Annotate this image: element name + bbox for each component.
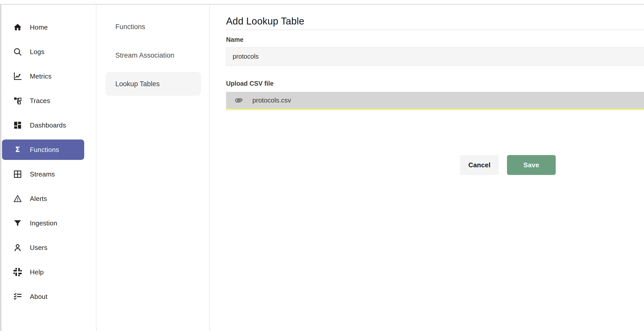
- subnav-item-label: Stream Association: [115, 52, 174, 59]
- upload-csv-label: Upload CSV file: [226, 80, 644, 87]
- window-top-strip: [0, 0, 644, 4]
- form-actions: Cancel Save: [226, 155, 556, 175]
- save-button[interactable]: Save: [507, 155, 556, 175]
- sidebar-item-label: Functions: [30, 146, 59, 154]
- streams-icon: [13, 170, 22, 179]
- subnav-item-stream-association[interactable]: Stream Association: [105, 43, 201, 67]
- sidebar-item-label: Help: [30, 268, 44, 276]
- traces-icon: [13, 96, 22, 105]
- sidebar-item-label: Traces: [30, 97, 50, 105]
- cancel-button[interactable]: Cancel: [460, 155, 499, 175]
- sidebar-item-label: Users: [30, 244, 47, 252]
- name-input-value: protocols: [233, 53, 258, 60]
- sidebar-item-users[interactable]: Users: [2, 237, 84, 258]
- user-icon: [13, 243, 22, 252]
- home-icon: [13, 23, 22, 32]
- checklist-icon: [13, 292, 22, 301]
- sidebar-item-about[interactable]: About: [2, 286, 84, 307]
- dashboards-icon: [13, 121, 22, 130]
- subnav-item-functions[interactable]: Functions: [105, 15, 201, 39]
- primary-sidebar: HomeLogsMetricsTracesDashboardsΣFunction…: [3, 5, 96, 331]
- sidebar-item-functions[interactable]: ΣFunctions: [2, 139, 84, 160]
- sidebar-item-logs[interactable]: Logs: [2, 42, 84, 62]
- sidebar-item-label: Home: [30, 23, 48, 31]
- slack-icon: [13, 268, 22, 277]
- sidebar-item-metrics[interactable]: Metrics: [2, 66, 84, 86]
- sidebar-item-label: Alerts: [30, 195, 47, 203]
- sidebar-item-ingestion[interactable]: Ingestion: [2, 213, 84, 233]
- page-title: Add Lookup Table: [226, 15, 644, 27]
- name-label: Name: [226, 36, 644, 43]
- subnav-item-label: Functions: [115, 23, 145, 31]
- sidebar-item-label: Logs: [30, 48, 44, 56]
- sidebar-item-label: About: [30, 293, 47, 301]
- alert-triangle-icon: [13, 194, 22, 203]
- paperclip-icon: [234, 96, 243, 105]
- secondary-sidebar: FunctionsStream AssociationLookup Tables: [97, 5, 210, 331]
- csv-file-input[interactable]: protocols.csv: [226, 92, 644, 110]
- svg-text:Σ: Σ: [15, 145, 20, 154]
- search-icon: [13, 47, 22, 56]
- subnav-item-label: Lookup Tables: [115, 80, 160, 88]
- secondary-nav: FunctionsStream AssociationLookup Tables: [97, 5, 209, 96]
- sidebar-item-traces[interactable]: Traces: [2, 91, 84, 111]
- sidebar-item-label: Dashboards: [30, 121, 66, 129]
- sidebar-item-alerts[interactable]: Alerts: [2, 188, 84, 209]
- subnav-item-lookup-tables[interactable]: Lookup Tables: [105, 72, 201, 96]
- sidebar-item-label: Metrics: [30, 72, 52, 80]
- funnel-icon: [13, 219, 22, 228]
- title-divider: [226, 30, 644, 30]
- sidebar-item-label: Streams: [30, 170, 55, 178]
- sidebar-item-home[interactable]: Home: [2, 17, 84, 37]
- metrics-icon: [13, 72, 22, 81]
- sidebar-item-help[interactable]: Help: [2, 262, 84, 282]
- selected-file-name: protocols.csv: [252, 96, 291, 104]
- primary-nav: HomeLogsMetricsTracesDashboardsΣFunction…: [3, 5, 96, 307]
- sidebar-item-streams[interactable]: Streams: [2, 164, 84, 184]
- sidebar-item-dashboards[interactable]: Dashboards: [2, 115, 84, 135]
- sigma-icon: Σ: [13, 145, 22, 154]
- main-content: Add Lookup Table Name protocols Upload C…: [210, 5, 644, 331]
- name-input[interactable]: protocols: [226, 47, 644, 66]
- sidebar-item-label: Ingestion: [30, 219, 57, 227]
